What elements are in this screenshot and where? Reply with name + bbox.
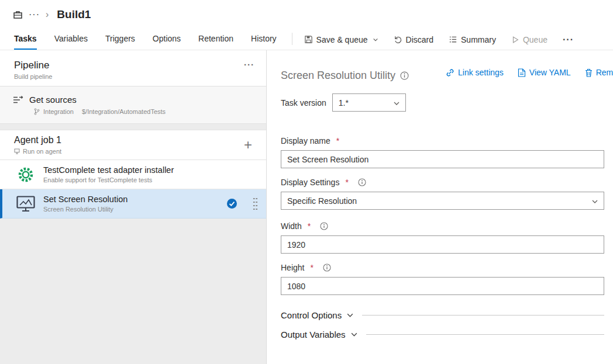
- get-sources-title: Get sources: [29, 95, 77, 105]
- link-settings-label: Link settings: [458, 68, 504, 77]
- save-and-queue-label: Save & queue: [316, 35, 368, 44]
- task-title: TestComplete test adapter installer: [43, 165, 174, 175]
- drag-handle[interactable]: [253, 196, 258, 212]
- display-settings-label: Display Settings: [281, 178, 339, 187]
- queue-label: Queue: [523, 35, 547, 44]
- breadcrumb-more-button[interactable]: ···: [29, 9, 40, 20]
- remove-button[interactable]: Remove: [585, 68, 613, 77]
- output-variables-section[interactable]: Output Variables: [281, 330, 604, 339]
- pipeline-panel: Pipeline Build pipeline ··· Get sources …: [0, 50, 267, 364]
- agent-job-item[interactable]: Agent job 1 Run on agent +: [0, 130, 266, 160]
- discard-button[interactable]: Discard: [394, 35, 433, 44]
- summary-icon: [449, 35, 457, 44]
- get-sources-item[interactable]: Get sources Integration $/Integration/Au…: [0, 86, 266, 124]
- chevron-down-icon: [591, 197, 598, 207]
- link-icon: [446, 68, 454, 77]
- task-list-empty-area: [0, 219, 266, 364]
- task-title: Set Screen Resolution: [43, 195, 128, 204]
- view-yaml-label: View YAML: [529, 68, 571, 77]
- task-detail-title: Screen Resolution Utility: [281, 70, 395, 82]
- display-settings-select[interactable]: Specific Resolution: [281, 192, 604, 210]
- task-detail-links: Link settings View YAML Remove: [446, 68, 613, 77]
- get-sources-icon: [13, 96, 23, 104]
- agent-job-title: Agent job 1: [14, 135, 61, 145]
- toolbar: Save & queue Discard Summary: [304, 29, 574, 50]
- source-path-label: $/Integration/AutomatedTests: [82, 108, 166, 115]
- chevron-down-icon: [350, 331, 358, 338]
- required-mark: *: [336, 136, 339, 145]
- width-label: Width: [281, 221, 302, 231]
- task-subtitle: Screen Resolution Utility: [43, 206, 128, 213]
- pipeline-subtitle: Build pipeline: [14, 73, 52, 80]
- summary-button[interactable]: Summary: [449, 35, 496, 44]
- summary-label: Summary: [461, 35, 496, 44]
- view-yaml-button[interactable]: View YAML: [518, 68, 571, 77]
- task-version-value: 1.*: [339, 98, 349, 108]
- display-name-label: Display name: [281, 136, 330, 145]
- source-branch-label: Integration: [43, 108, 74, 115]
- height-label: Height: [281, 263, 304, 272]
- task-item-testcomplete-installer[interactable]: TestComplete test adapter installer Enab…: [0, 160, 266, 189]
- agent-job-subtitle: Run on agent: [23, 148, 61, 155]
- toolbar-more-button[interactable]: ···: [563, 34, 574, 45]
- queue-button[interactable]: Queue: [511, 35, 547, 44]
- document-icon: [518, 68, 526, 77]
- link-settings-button[interactable]: Link settings: [446, 68, 504, 77]
- add-task-button[interactable]: +: [239, 137, 257, 153]
- info-icon[interactable]: [323, 264, 331, 272]
- task-detail-panel: Screen Resolution Utility Link settings: [267, 50, 613, 364]
- build-editor-window: ··· › Build1 Tasks Variables Triggers Op…: [0, 0, 613, 364]
- pipeline-header: Pipeline Build pipeline ···: [0, 50, 266, 86]
- toolbar-divider: [292, 33, 292, 45]
- display-settings-value: Specific Resolution: [287, 196, 357, 206]
- chevron-down-icon: [393, 99, 400, 109]
- tab-retention[interactable]: Retention: [198, 29, 233, 50]
- monitor-icon: [16, 196, 35, 212]
- required-mark: *: [345, 178, 348, 187]
- control-options-label: Control Options: [281, 310, 342, 320]
- required-mark: *: [308, 221, 311, 231]
- tab-tasks[interactable]: Tasks: [14, 29, 37, 50]
- command-bar: Tasks Variables Triggers Options Retenti…: [0, 29, 613, 50]
- width-input[interactable]: [281, 235, 604, 254]
- top-header: ··· › Build1: [0, 0, 613, 29]
- task-version-label: Task version: [281, 98, 326, 108]
- panel-gap: [0, 124, 266, 130]
- task-version-select[interactable]: 1.*: [332, 93, 406, 112]
- selected-check-icon: [226, 198, 237, 209]
- save-icon: [304, 35, 313, 44]
- testcomplete-gear-icon: [16, 166, 35, 183]
- display-name-input[interactable]: [281, 150, 604, 168]
- queue-play-icon: [511, 36, 519, 44]
- control-options-section[interactable]: Control Options: [281, 310, 604, 320]
- tab-strip: Tasks Variables Triggers Options Retenti…: [14, 29, 277, 50]
- discard-label: Discard: [406, 35, 433, 44]
- required-mark: *: [310, 263, 313, 272]
- remove-label: Remove: [596, 68, 613, 77]
- project-icon[interactable]: [13, 10, 23, 19]
- output-variables-label: Output Variables: [281, 330, 346, 339]
- tab-history[interactable]: History: [251, 29, 277, 50]
- section-divider: [366, 334, 604, 335]
- discard-icon: [394, 35, 402, 44]
- page-title: Build1: [57, 8, 91, 21]
- chevron-down-icon: [346, 311, 354, 319]
- section-divider: [362, 315, 604, 316]
- breadcrumb-chevron-icon: ›: [46, 9, 49, 20]
- tab-variables[interactable]: Variables: [54, 29, 88, 50]
- agent-icon: [14, 148, 20, 154]
- pipeline-more-button[interactable]: ···: [244, 60, 254, 70]
- save-and-queue-button[interactable]: Save & queue: [304, 35, 378, 44]
- trash-icon: [585, 68, 593, 77]
- branch-icon: [34, 108, 40, 115]
- tab-triggers[interactable]: Triggers: [105, 29, 135, 50]
- info-icon[interactable]: [400, 71, 409, 80]
- pipeline-title: Pipeline: [14, 60, 52, 71]
- main-area: Pipeline Build pipeline ··· Get sources …: [0, 50, 613, 364]
- task-item-set-screen-resolution[interactable]: Set Screen Resolution Screen Resolution …: [0, 189, 266, 219]
- info-icon[interactable]: [320, 222, 328, 230]
- task-subtitle: Enable support for TestComplete tests: [43, 176, 174, 183]
- tab-options[interactable]: Options: [153, 29, 181, 50]
- info-icon[interactable]: [358, 178, 366, 186]
- height-input[interactable]: [281, 277, 604, 295]
